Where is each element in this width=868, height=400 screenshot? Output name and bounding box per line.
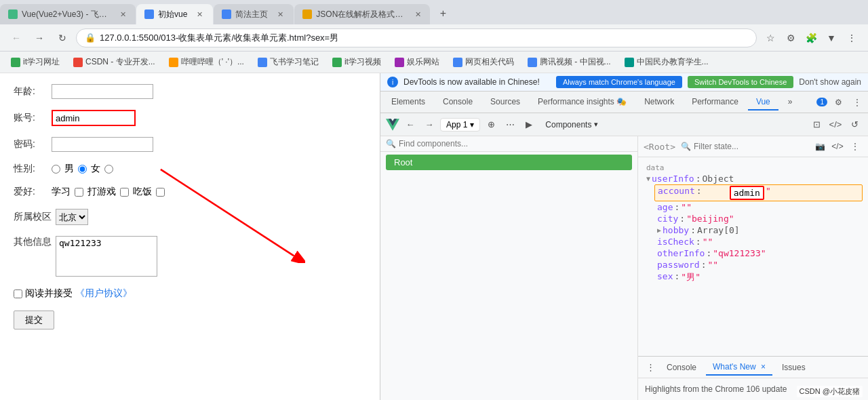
settings-icon[interactable]: ⚙ (830, 94, 846, 111)
vue-refresh-button[interactable]: ⋯ (502, 117, 518, 133)
other-label: 其他信息 (14, 236, 52, 248)
notification-text: DevTools is now available in Chinese! (403, 77, 551, 87)
more-options-icon[interactable]: ⋮ (849, 94, 865, 111)
vue-code-icon[interactable]: </> (827, 117, 844, 133)
state-header-icons: 📷 </> ⋮ (812, 139, 863, 154)
extension-icon1[interactable]: ⚙ (781, 28, 800, 47)
forward-button[interactable]: → (30, 28, 49, 47)
tab-close-json[interactable]: ✕ (414, 9, 422, 20)
state-camera-icon[interactable]: 📷 (812, 139, 827, 154)
agreement-link[interactable]: 《用户协议》 (75, 287, 132, 300)
menu-icon[interactable]: ⋮ (842, 28, 861, 47)
tab-home[interactable]: 简法主页 ✕ (214, 4, 294, 24)
back-button[interactable]: ← (7, 28, 26, 47)
tab-close-vue[interactable]: ✕ (119, 9, 127, 20)
reload-button[interactable]: ↻ (53, 28, 72, 47)
tab-json[interactable]: JSON在线解析及格式化验证 - J... ✕ (294, 4, 430, 24)
bottom-tab-bar: ⋮ Console What's New × Issues (638, 357, 868, 378)
extension-icon2[interactable]: 🧩 (802, 28, 821, 47)
bookmark-bilibili[interactable]: 哔哩哔哩（' ·'）... (163, 54, 250, 71)
url-bar[interactable]: 🔒 127.0.0.1:5500/013-收集表单元素/收集表单元素.html?… (76, 28, 757, 47)
hobby-arrow[interactable]: ▶ (657, 226, 661, 234)
state-more-icon[interactable]: ⋮ (848, 139, 863, 154)
hobby1-checkbox[interactable] (75, 188, 83, 197)
tab-close-initial[interactable]: ✕ (194, 9, 205, 20)
userinfo-key: userInfo (652, 174, 694, 184)
tab-elements[interactable]: Elements (383, 94, 433, 111)
match-language-button[interactable]: Always match Chrome's language (556, 76, 682, 88)
bookmark-entertainment[interactable]: 娱乐网站 (389, 54, 445, 71)
tab-whats-new[interactable]: What's New × (706, 359, 772, 376)
switch-devtools-button[interactable]: Switch DevTools to Chinese (688, 76, 793, 88)
tab-performance[interactable]: Performance (684, 94, 747, 111)
hobby3-checkbox[interactable] (156, 188, 165, 197)
tab-whats-new-close[interactable]: × (761, 362, 766, 372)
data-label: data (646, 163, 665, 172)
other-textarea[interactable]: qw121233 (56, 236, 157, 277)
bookmark-label-feishu: 飞书学习笔记 (270, 56, 319, 68)
submit-button[interactable]: 提交 (14, 311, 54, 329)
age-state-item: age : "" (654, 201, 863, 213)
tab-more[interactable]: » (780, 94, 801, 111)
new-tab-button[interactable]: + (433, 4, 452, 23)
components-selector[interactable]: Components ▾ (540, 119, 604, 131)
bookmark-csdn[interactable]: CSDN - 专业开发... (68, 54, 161, 71)
dont-show-again-button[interactable]: Don't show again (799, 77, 861, 87)
extension-icon3[interactable]: ▼ (822, 28, 841, 47)
gender-male-radio[interactable] (52, 165, 60, 174)
tab-performance-insights[interactable]: Performance insights 🎭 (530, 94, 635, 111)
root-node[interactable]: Root (386, 155, 632, 170)
bookmark-webpage-code[interactable]: 网页相关代码 (448, 54, 519, 71)
bookmark-icon[interactable]: ☆ (761, 28, 780, 47)
tab-vue[interactable]: Vue (748, 94, 778, 111)
sex-key: sex (657, 271, 673, 281)
gender-label: 性别: (14, 163, 47, 175)
app-selector[interactable]: App 1 ▾ (440, 118, 480, 132)
tab-initial-vue[interactable]: 初始vue ✕ (136, 4, 213, 24)
agreement-checkbox[interactable] (14, 289, 22, 298)
school-select[interactable]: 北京 (56, 209, 88, 225)
bookmark-favicon-video (332, 58, 342, 67)
gender-female-radio[interactable] (78, 165, 87, 174)
otherinfo-key: otherInfo (657, 248, 705, 258)
userinfo-arrow[interactable]: ▼ (646, 175, 650, 182)
bookmark-tencent-video[interactable]: 腾讯视频 - 中国视... (522, 54, 616, 71)
devtools-tab-bar: Elements Console Sources Performance ins… (380, 92, 868, 113)
webpage-panel: 年龄: 账号: 密码: 性别: 男 (0, 73, 380, 400)
password-input[interactable] (52, 137, 153, 152)
hobby2-checkbox[interactable] (120, 188, 129, 197)
tab-vue-label: Vue (756, 97, 770, 106)
tab-vue-docs[interactable]: Vue(Vue2+Vue3) - 飞书云文档 ✕ (0, 4, 136, 24)
password-key: password (657, 260, 700, 270)
bookmark-education[interactable]: 中国民办教育学生... (619, 54, 714, 71)
vue-back-button[interactable]: ← (402, 117, 418, 133)
account-input[interactable] (53, 111, 134, 125)
account-value-highlighted: admin (730, 186, 764, 200)
tab-network[interactable]: Network (636, 94, 682, 111)
components-search-input[interactable] (399, 139, 632, 148)
tab-console-bottom[interactable]: Console (660, 360, 703, 375)
gender-other-radio[interactable] (104, 165, 113, 174)
tab-sources[interactable]: Sources (482, 94, 528, 111)
bookmark-feishu[interactable]: 飞书学习笔记 (252, 54, 324, 71)
bookmark-label-ent: 娱乐网站 (407, 56, 439, 68)
vue-capture-icon[interactable]: ⊡ (808, 117, 825, 133)
bookmark-label-video: it学习视频 (344, 56, 381, 68)
hobby-group: 学习 打游戏 吃饭 (52, 186, 165, 198)
state-filter-input[interactable] (694, 142, 795, 151)
vue-forward-button[interactable]: → (421, 117, 437, 133)
sex-state-item: sex : "男" (654, 271, 863, 284)
console-badge: 1 (816, 98, 827, 106)
vue-more-button[interactable]: ▶ (521, 117, 537, 133)
bookmark-favicon-feishu (258, 58, 267, 67)
tab-console[interactable]: Console (435, 94, 481, 111)
tab-issues[interactable]: Issues (775, 360, 812, 375)
state-code-icon[interactable]: </> (830, 139, 845, 154)
bookmark-it-study[interactable]: it学习网址 (5, 54, 65, 71)
bottom-menu-icon[interactable]: ⋮ (644, 361, 657, 374)
age-input[interactable] (52, 84, 153, 99)
tab-close-home[interactable]: ✕ (275, 9, 285, 20)
vue-settings-icon[interactable]: ↺ (846, 117, 863, 133)
vue-find-button[interactable]: ⊕ (483, 117, 499, 133)
bookmark-it-video[interactable]: it学习视频 (327, 54, 387, 71)
